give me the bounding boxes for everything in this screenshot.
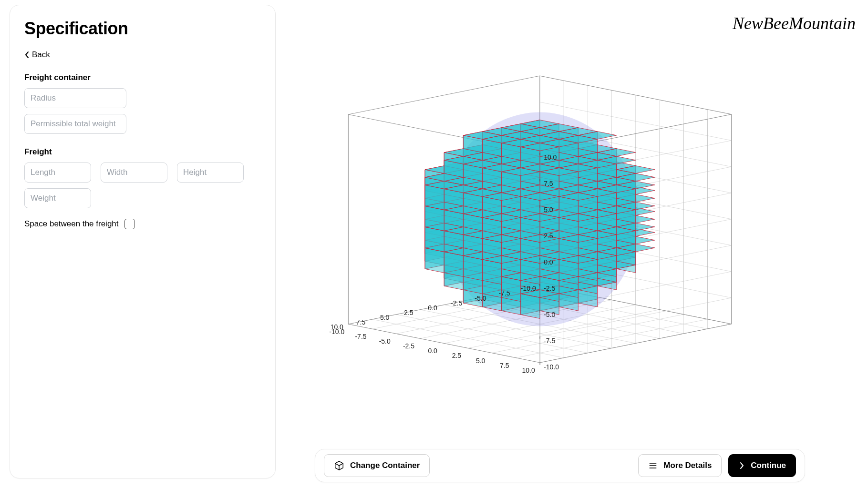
svg-text:0.0: 0.0 — [428, 304, 437, 312]
specification-panel: Specification Back Freight container Fre… — [10, 5, 276, 478]
container-section-label: Freight container — [24, 73, 261, 82]
svg-text:0.0: 0.0 — [544, 258, 553, 266]
height-input[interactable] — [177, 163, 244, 183]
svg-text:-5.0: -5.0 — [475, 295, 486, 302]
svg-text:-5.0: -5.0 — [544, 311, 555, 318]
bottom-toolbar: Change Container More Details Continue — [315, 449, 805, 482]
svg-text:-7.5: -7.5 — [355, 333, 366, 340]
back-label: Back — [32, 50, 50, 60]
change-container-label: Change Container — [350, 461, 420, 470]
chevron-left-icon — [24, 51, 30, 59]
svg-text:-2.5: -2.5 — [544, 285, 555, 292]
svg-text:-5.0: -5.0 — [379, 337, 391, 345]
svg-text:5.0: 5.0 — [544, 206, 553, 214]
svg-text:-7.5: -7.5 — [499, 289, 510, 297]
more-details-label: More Details — [663, 461, 712, 470]
svg-text:-2.5: -2.5 — [451, 299, 462, 307]
radius-input[interactable] — [24, 88, 126, 108]
svg-text:-2.5: -2.5 — [403, 342, 414, 350]
chevron-right-icon — [738, 462, 745, 469]
svg-text:2.5: 2.5 — [544, 232, 553, 240]
svg-text:-10.0: -10.0 — [521, 285, 536, 292]
svg-text:2.5: 2.5 — [452, 352, 462, 359]
3d-packing-visualization: -10.0-7.5-5.0-2.50.02.55.07.510.0-10.0-7… — [292, 52, 769, 424]
svg-text:7.5: 7.5 — [500, 362, 509, 369]
length-input[interactable] — [24, 163, 91, 183]
svg-text:2.5: 2.5 — [404, 309, 413, 316]
cube-icon — [334, 460, 344, 471]
change-container-button[interactable]: Change Container — [324, 454, 430, 477]
svg-text:5.0: 5.0 — [380, 314, 390, 321]
svg-text:7.5: 7.5 — [356, 318, 366, 326]
svg-text:7.5: 7.5 — [544, 180, 553, 187]
svg-text:5.0: 5.0 — [476, 357, 486, 365]
continue-button[interactable]: Continue — [728, 454, 796, 477]
space-checkbox-label: Space between the freight — [24, 219, 119, 229]
weight-limit-input[interactable] — [24, 114, 126, 134]
svg-text:-7.5: -7.5 — [544, 337, 555, 345]
svg-text:-10.0: -10.0 — [329, 328, 344, 336]
svg-text:-10.0: -10.0 — [544, 363, 559, 371]
list-icon — [648, 461, 658, 470]
space-checkbox[interactable] — [124, 219, 135, 229]
width-input[interactable] — [101, 163, 167, 183]
freight-section-label: Freight — [24, 147, 261, 157]
page-title: Specification — [24, 19, 261, 39]
brand-logo: NewBeeMountain — [733, 13, 856, 33]
svg-text:0.0: 0.0 — [428, 347, 437, 355]
freight-weight-input[interactable] — [24, 188, 91, 208]
back-button[interactable]: Back — [24, 50, 50, 60]
svg-text:10.0: 10.0 — [544, 153, 557, 161]
svg-line-58 — [348, 76, 539, 114]
more-details-button[interactable]: More Details — [638, 454, 722, 477]
svg-text:10.0: 10.0 — [522, 366, 535, 374]
continue-label: Continue — [751, 461, 786, 470]
